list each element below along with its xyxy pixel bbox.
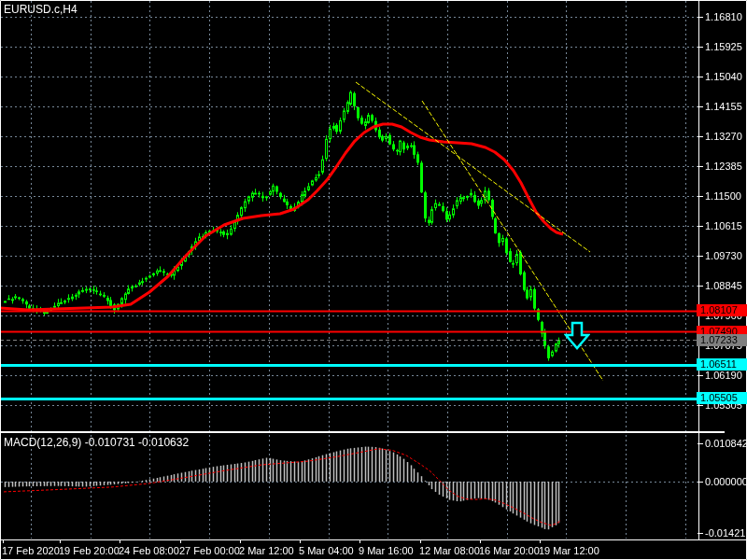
time-axis-label: 2 Mar 12:00: [239, 545, 294, 556]
price-axis-label: 1.06190: [705, 370, 742, 381]
bid-price-flag: 1.07233: [697, 334, 747, 346]
price-axis-label: 1.12385: [705, 161, 742, 172]
price-axis-label: 1.14155: [705, 101, 742, 112]
macd-axis-label: -0.014210: [705, 527, 747, 539]
price-axis-label: 1.13270: [705, 131, 742, 142]
down-arrow-icon[interactable]: [564, 321, 590, 351]
price-axis-label: 1.11500: [705, 190, 741, 202]
price-axis-label: 1.16810: [705, 11, 742, 22]
price-axis-label: 1.15925: [705, 41, 742, 52]
macd-indicator-label: MACD(12,26,9) -0.010731 -0.010632: [4, 436, 189, 449]
price-flag: 1.06511: [697, 358, 747, 371]
time-axis-label: 12 Mar 08:00: [419, 545, 480, 556]
macd-axis-label: 0.000000: [705, 476, 747, 487]
time-axis-label: 17 Feb 2020: [2, 545, 60, 556]
time-axis-label: 5 Mar 04:00: [299, 545, 354, 556]
time-axis-label: 27 Feb 00:00: [179, 545, 240, 556]
macd-axis-label: 0.010842: [705, 438, 747, 449]
price-axis-label: 1.15040: [705, 71, 742, 82]
chart-window: EURUSD.c,H4 MACD(12,26,9) -0.010731 -0.0…: [0, 0, 747, 560]
time-axis-label: 19 Mar 12:00: [539, 545, 599, 556]
price-flag: 1.05505: [697, 392, 747, 404]
time-axis-label: 24 Feb 08:00: [119, 545, 179, 556]
price-axis-label: 1.09730: [705, 250, 742, 261]
price-axis-label: 1.10615: [705, 220, 742, 231]
time-axis-label: 19 Feb 20:00: [59, 545, 120, 556]
price-flag: 1.08107: [697, 304, 747, 316]
chart-symbol-label: EURUSD.c,H4: [4, 3, 78, 16]
time-axis-label: 16 Mar 20:00: [479, 545, 540, 556]
price-axis-label: 1.08845: [705, 280, 742, 291]
chart-canvas[interactable]: [0, 0, 747, 560]
time-axis-label: 9 Mar 16:00: [359, 545, 414, 556]
